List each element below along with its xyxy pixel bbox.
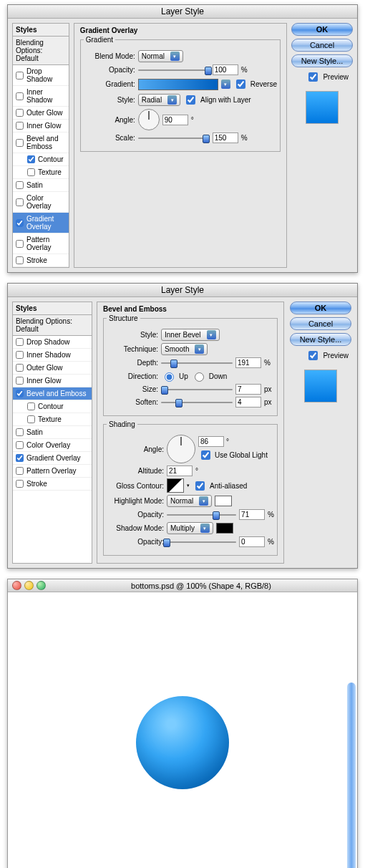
styles-header[interactable]: Styles: [13, 302, 92, 315]
style-item-satin[interactable]: Satin: [13, 179, 69, 192]
style-checkbox[interactable]: [16, 390, 24, 397]
depth-input[interactable]: [235, 357, 261, 368]
style-item-texture[interactable]: Texture: [13, 166, 69, 179]
style-dropdown[interactable]: Radial▾: [138, 94, 180, 106]
style-item-drop-shadow[interactable]: Drop Shadow: [13, 336, 92, 349]
angle-dial[interactable]: [167, 435, 195, 463]
style-item-contour[interactable]: Contour: [13, 153, 69, 166]
style-item-outer-glow[interactable]: Outer Glow: [13, 107, 69, 120]
ok-button[interactable]: OK: [290, 302, 351, 314]
zoom-icon[interactable]: [36, 581, 46, 590]
style-item-contour[interactable]: Contour: [13, 400, 92, 413]
style-checkbox[interactable]: [16, 181, 24, 189]
contour-swatch[interactable]: [167, 478, 184, 493]
style-item-drop-shadow[interactable]: Drop Shadow: [13, 65, 69, 86]
blend-mode-dropdown[interactable]: Normal▾: [138, 50, 183, 62]
style-item-texture[interactable]: Texture: [13, 413, 92, 426]
style-checkbox[interactable]: [16, 219, 24, 227]
styles-header[interactable]: Styles: [13, 24, 69, 37]
style-checkbox[interactable]: [16, 109, 24, 117]
shadow-dropdown[interactable]: Multiply▾: [167, 522, 213, 534]
vertical-scrollbar[interactable]: [347, 683, 356, 868]
style-checkbox[interactable]: [16, 454, 24, 462]
highlight-opacity-input[interactable]: [239, 509, 265, 520]
style-checkbox[interactable]: [27, 415, 35, 423]
preview-checkbox[interactable]: [308, 351, 318, 360]
style-checkbox[interactable]: [16, 467, 24, 475]
cancel-button[interactable]: Cancel: [290, 317, 351, 330]
soften-input[interactable]: [235, 397, 261, 408]
shadow-opacity-slider[interactable]: [167, 539, 236, 546]
document-titlebar[interactable]: bottoms.psd @ 100% (Shape 4, RGB/8): [8, 579, 357, 592]
close-icon[interactable]: [12, 581, 21, 590]
anti-aliased-checkbox[interactable]: [195, 481, 205, 491]
style-checkbox[interactable]: [16, 72, 24, 79]
style-checkbox[interactable]: [16, 428, 24, 436]
style-checkbox[interactable]: [16, 364, 24, 372]
style-item-bevel-and-emboss[interactable]: Bevel and Emboss: [13, 132, 69, 153]
style-item-inner-shadow[interactable]: Inner Shadow: [13, 86, 69, 107]
style-item-bevel-and-emboss[interactable]: Bevel and Emboss: [13, 387, 92, 400]
reverse-checkbox[interactable]: [236, 79, 245, 89]
style-item-pattern-overlay[interactable]: Pattern Overlay: [13, 233, 69, 254]
size-input[interactable]: [235, 384, 261, 395]
style-checkbox[interactable]: [27, 168, 35, 176]
style-checkbox[interactable]: [16, 480, 24, 488]
style-item-inner-shadow[interactable]: Inner Shadow: [13, 349, 92, 362]
style-item-gradient-overlay[interactable]: Gradient Overlay: [13, 213, 69, 233]
style-item-gradient-overlay[interactable]: Gradient Overlay: [13, 452, 92, 465]
highlight-opacity-slider[interactable]: [167, 511, 236, 519]
traffic-lights[interactable]: [12, 581, 46, 590]
scale-input[interactable]: [213, 132, 238, 143]
shape-sphere[interactable]: [136, 696, 229, 789]
soften-slider[interactable]: [161, 399, 233, 406]
style-item-color-overlay[interactable]: Color Overlay: [13, 192, 69, 213]
scale-slider[interactable]: [138, 135, 210, 142]
direction-down-radio[interactable]: [195, 372, 204, 382]
gradient-swatch[interactable]: [138, 79, 218, 90]
chevron-icon[interactable]: ▾: [221, 79, 230, 89]
highlight-color[interactable]: [215, 496, 232, 506]
style-checkbox[interactable]: [16, 139, 24, 147]
style-item-stroke[interactable]: Stroke: [13, 478, 92, 491]
shadow-color[interactable]: [216, 523, 233, 534]
style-checkbox[interactable]: [16, 377, 24, 385]
style-dropdown[interactable]: Inner Bevel▾: [161, 329, 220, 341]
style-item-stroke[interactable]: Stroke: [13, 254, 69, 267]
angle-input[interactable]: [198, 436, 224, 447]
style-item-inner-glow[interactable]: Inner Glow: [13, 120, 69, 132]
minimize-icon[interactable]: [24, 581, 34, 590]
style-checkbox[interactable]: [16, 122, 24, 130]
cancel-button[interactable]: Cancel: [291, 39, 353, 52]
blending-options[interactable]: Blending Options: Default: [13, 315, 92, 336]
align-checkbox[interactable]: [186, 95, 195, 105]
style-checkbox[interactable]: [16, 256, 24, 264]
style-checkbox[interactable]: [16, 198, 24, 206]
style-item-color-overlay[interactable]: Color Overlay: [13, 439, 92, 452]
shadow-opacity-input[interactable]: [239, 536, 265, 547]
style-checkbox[interactable]: [16, 92, 24, 100]
opacity-slider[interactable]: [138, 67, 210, 74]
technique-dropdown[interactable]: Smooth▾: [161, 343, 208, 355]
style-checkbox[interactable]: [16, 338, 24, 346]
style-item-outer-glow[interactable]: Outer Glow: [13, 362, 92, 375]
style-checkbox[interactable]: [16, 240, 24, 248]
style-checkbox[interactable]: [16, 351, 24, 359]
size-slider[interactable]: [161, 386, 233, 393]
style-item-inner-glow[interactable]: Inner Glow: [13, 375, 92, 387]
ok-button[interactable]: OK: [291, 23, 353, 36]
style-item-pattern-overlay[interactable]: Pattern Overlay: [13, 465, 92, 478]
canvas[interactable]: [8, 592, 357, 868]
global-light-checkbox[interactable]: [201, 450, 210, 460]
style-item-satin[interactable]: Satin: [13, 426, 92, 439]
opacity-input[interactable]: [213, 64, 238, 75]
highlight-dropdown[interactable]: Normal▾: [167, 495, 212, 507]
new-style-button[interactable]: New Style...: [290, 333, 351, 346]
style-checkbox[interactable]: [27, 155, 35, 163]
direction-up-radio[interactable]: [165, 372, 174, 382]
angle-input[interactable]: [162, 115, 188, 125]
angle-dial[interactable]: [138, 109, 160, 130]
new-style-button[interactable]: New Style...: [291, 54, 353, 67]
blending-options[interactable]: Blending Options: Default: [13, 37, 69, 65]
depth-slider[interactable]: [161, 360, 233, 367]
